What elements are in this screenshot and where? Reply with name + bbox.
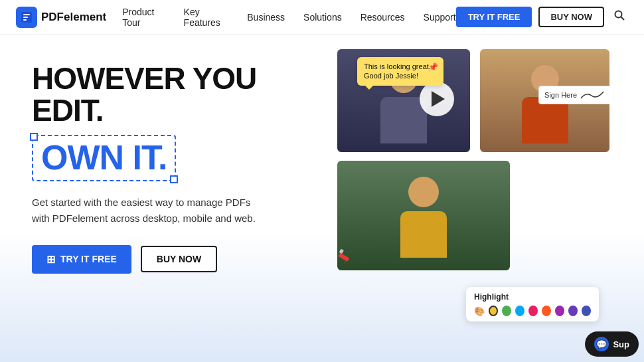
hero-left: HOWEVER YOU EDIT. OWN IT. Get started wi…: [32, 56, 324, 274]
tooltip-bubble: This is looking great. Good job Jessie! …: [357, 57, 443, 86]
logo-text: PDFelement: [41, 11, 106, 24]
logo-icon: [16, 7, 37, 28]
own-it-text: OWN IT.: [41, 137, 167, 177]
color-purple[interactable]: [555, 306, 564, 316]
sign-here-badge: Sign Here: [538, 86, 609, 104]
headline-line2: EDIT.: [32, 94, 324, 126]
svg-rect-7: [338, 253, 349, 262]
note-icon: 📌: [428, 62, 438, 73]
nav-key-features[interactable]: Key Features: [184, 7, 229, 28]
nav-actions: TRY IT FREE BUY NOW: [456, 7, 628, 27]
support-label: Sup: [613, 339, 629, 349]
color-orange[interactable]: [542, 306, 551, 316]
highlight-title: Highlight: [474, 292, 591, 302]
svg-point-4: [615, 11, 622, 18]
svg-rect-8: [339, 248, 344, 254]
hero-try-free-button[interactable]: ⊞ TRY IT FREE: [32, 245, 131, 274]
nav-business[interactable]: Business: [247, 12, 285, 23]
svg-line-5: [621, 17, 625, 21]
navbar: PDFelement Product Tour Key Features Bus…: [0, 0, 644, 35]
hero-buttons: ⊞ TRY IT FREE BUY NOW: [32, 245, 324, 274]
play-button[interactable]: [420, 82, 454, 116]
highlight-panel: Highlight 🎨: [466, 287, 599, 321]
color-dark-purple[interactable]: [582, 306, 591, 316]
video-woman2[interactable]: [337, 161, 510, 270]
support-bubble[interactable]: 💬 Sup: [585, 331, 639, 357]
svg-rect-1: [23, 14, 30, 15]
sign-here-label: Sign Here: [544, 91, 577, 99]
hero-right: This is looking great. Good job Jessie! …: [324, 49, 612, 328]
svg-rect-2: [23, 17, 28, 18]
nav-solutions[interactable]: Solutions: [303, 12, 342, 23]
nav-product-tour[interactable]: Product Tour: [122, 7, 165, 28]
color-pink[interactable]: [528, 306, 538, 316]
svg-marker-6: [344, 261, 347, 264]
hero-headline: HOWEVER YOU EDIT.: [32, 62, 324, 127]
hero-section: HOWEVER YOU EDIT. OWN IT. Get started wi…: [0, 35, 644, 362]
search-button[interactable]: [611, 7, 628, 27]
nav-buy-now-button[interactable]: BUY NOW: [538, 7, 604, 27]
tooltip-text: This is looking great. Good job Jessie!: [364, 62, 431, 80]
hero-buy-now-button[interactable]: BUY NOW: [141, 246, 217, 272]
color-green[interactable]: [502, 306, 511, 316]
logo[interactable]: PDFelement: [16, 7, 106, 28]
own-it-box: OWN IT.: [32, 135, 176, 181]
color-yellow[interactable]: [489, 306, 498, 316]
nav-try-free-button[interactable]: TRY IT FREE: [456, 7, 532, 27]
windows-icon: ⊞: [46, 253, 55, 266]
color-indigo[interactable]: [568, 306, 578, 316]
try-free-label: TRY IT FREE: [60, 254, 117, 264]
play-triangle-icon: [432, 91, 445, 107]
headline-line1: HOWEVER YOU: [32, 62, 324, 94]
color-blue[interactable]: [515, 306, 524, 316]
highlight-palette-icon: 🎨: [474, 306, 485, 316]
support-icon: 💬: [594, 337, 609, 351]
highlight-colors: 🎨: [474, 306, 591, 316]
nav-support[interactable]: Support: [424, 12, 456, 23]
hero-subtitle: Get started with the easiest way to mana…: [32, 195, 271, 226]
svg-rect-3: [23, 19, 27, 21]
nav-resources[interactable]: Resources: [361, 12, 405, 23]
nav-links: Product Tour Key Features Business Solut…: [122, 7, 455, 28]
video-woman1[interactable]: Sign Here: [480, 49, 609, 152]
